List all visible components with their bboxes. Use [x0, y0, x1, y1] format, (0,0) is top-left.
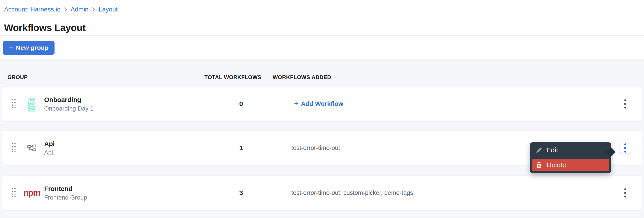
- total-workflows-value: 1: [225, 144, 257, 152]
- row-menu-kebab-button[interactable]: [619, 187, 631, 199]
- header-divider: [0, 35, 644, 35]
- column-header-total-workflows: TOTAL WORKFLOWS: [204, 74, 262, 81]
- group-name: Frontend: [44, 185, 87, 193]
- context-menu-delete-item[interactable]: Delete: [532, 159, 609, 171]
- breadcrumb-layout-link[interactable]: Layout: [99, 6, 118, 13]
- column-header-workflows-added: WORKFLOWS ADDED: [273, 74, 331, 81]
- row-context-menu: Edit Delete: [530, 142, 611, 173]
- add-workflow-button[interactable]: + Add Workflow: [294, 100, 343, 108]
- api-tree-icon: [23, 144, 40, 152]
- trash-icon: [536, 162, 542, 168]
- pencil-icon: [536, 146, 542, 154]
- workflow-groups-table: GROUP TOTAL WORKFLOWS WORKFLOWS ADDED B …: [0, 59, 644, 218]
- svg-text:B: B: [28, 96, 35, 107]
- drag-handle-icon[interactable]: [12, 188, 16, 198]
- chevron-right-icon: [92, 7, 95, 12]
- npm-logo-icon: npm: [23, 189, 40, 197]
- workflows-added-value: test-error-time-out, custom-picker, demo…: [291, 190, 413, 197]
- row-menu-kebab-button[interactable]: [619, 142, 631, 154]
- new-group-button[interactable]: + New group: [3, 41, 54, 55]
- total-workflows-value: 3: [225, 189, 257, 197]
- table-row-onboarding: B Onboarding Onboarding Day 1 0 + Add Wo…: [2, 87, 642, 121]
- context-menu-edit-item[interactable]: Edit: [530, 142, 611, 158]
- group-description: Onboarding Day 1: [44, 105, 94, 112]
- breadcrumb: Account: Harness.io Admin Layout: [4, 6, 118, 13]
- chevron-right-icon: [64, 7, 67, 12]
- breadcrumb-admin-link[interactable]: Admin: [71, 6, 88, 13]
- plus-icon: +: [294, 99, 298, 108]
- context-menu-delete-label: Delete: [547, 161, 566, 169]
- column-header-group: GROUP: [8, 74, 28, 81]
- table-row-frontend: npm Frontend Frontend Group 3 test-error…: [2, 176, 642, 210]
- workflows-added-value: test-error-time-out: [291, 144, 340, 151]
- group-name: Onboarding: [44, 96, 94, 104]
- add-workflow-label: Add Workflow: [301, 100, 344, 108]
- group-text: Frontend Frontend Group: [44, 185, 87, 201]
- drag-handle-icon[interactable]: [12, 99, 16, 109]
- group-name: Api: [44, 140, 55, 148]
- breadcrumb-account-link[interactable]: Account: Harness.io: [4, 6, 60, 13]
- group-text: Onboarding Onboarding Day 1: [44, 96, 94, 112]
- context-menu-edit-label: Edit: [546, 146, 558, 154]
- group-description: Api: [44, 149, 55, 156]
- plus-icon: +: [9, 44, 13, 51]
- group-text: Api Api: [44, 140, 55, 156]
- group-description: Frontend Group: [44, 194, 87, 201]
- drag-handle-icon[interactable]: [12, 143, 16, 153]
- stacked-b-logo-icon: B: [23, 96, 40, 111]
- new-group-button-label: New group: [16, 44, 49, 51]
- total-workflows-value: 0: [225, 100, 257, 108]
- page-title: Workflows Layout: [4, 22, 86, 33]
- row-menu-kebab-button[interactable]: [619, 98, 631, 110]
